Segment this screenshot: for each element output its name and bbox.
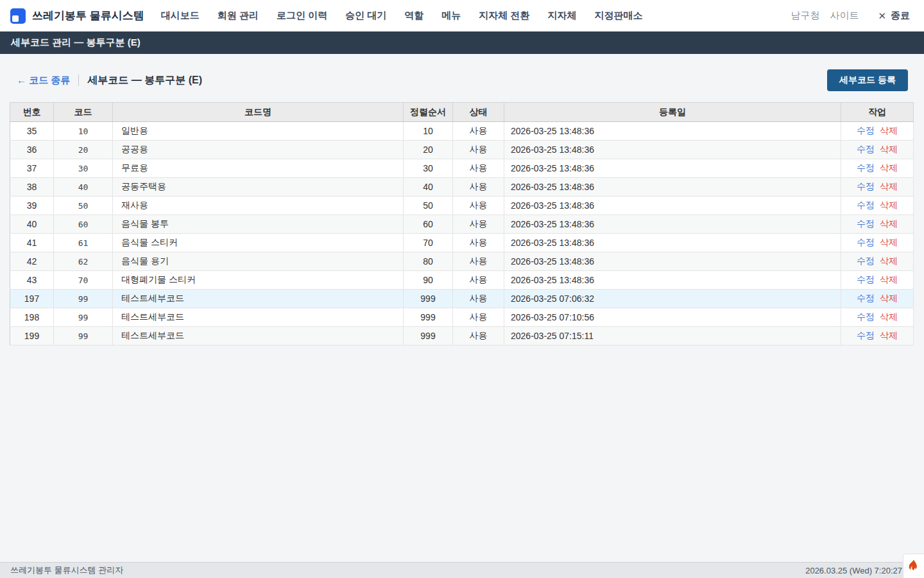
nav-item[interactable]: 지자체 전환 <box>479 10 529 22</box>
cell-code: 62 <box>54 252 113 271</box>
detail-code-table-wrap: 번호코드코드명정렬순서상태등록일작업 3510일반용10사용2026-03-25… <box>10 102 913 346</box>
register-detail-code-button[interactable]: 세부코드 등록 <box>827 69 908 91</box>
app-title: 쓰레기봉투 물류시스템 <box>32 8 144 23</box>
cell-status: 사용 <box>453 122 504 141</box>
table-row: 19799테스트세부코드999사용2026-03-25 07:06:32수정삭제 <box>10 290 914 308</box>
nav-item[interactable]: 대시보드 <box>161 10 200 22</box>
edit-link[interactable]: 수정 <box>857 256 875 266</box>
cell-no: 41 <box>10 234 54 252</box>
edit-link[interactable]: 수정 <box>857 237 875 247</box>
cell-code: 60 <box>54 215 113 234</box>
cell-actions: 수정삭제 <box>841 197 914 215</box>
table-row: 4161음식물 스티커70사용2026-03-25 13:48:36수정삭제 <box>10 234 914 252</box>
delete-link[interactable]: 삭제 <box>880 311 898 322</box>
cell-date: 2026-03-25 13:48:36 <box>504 252 841 271</box>
delete-link[interactable]: 삭제 <box>880 293 898 303</box>
table-header-row: 번호코드코드명정렬순서상태등록일작업 <box>10 103 914 122</box>
cell-name: 음식물 봉투 <box>113 215 404 234</box>
cell-status: 사용 <box>453 234 504 252</box>
cell-status: 사용 <box>453 290 504 308</box>
edit-link[interactable]: 수정 <box>857 311 875 322</box>
cell-code: 61 <box>54 234 113 252</box>
cell-status: 사용 <box>453 159 504 178</box>
edit-link[interactable]: 수정 <box>857 181 875 191</box>
nav-item[interactable]: 로그인 이력 <box>277 10 327 22</box>
edit-link[interactable]: 수정 <box>857 330 875 340</box>
edit-link[interactable]: 수정 <box>857 293 875 303</box>
detail-code-table: 번호코드코드명정렬순서상태등록일작업 3510일반용10사용2026-03-25… <box>10 102 914 346</box>
delete-link[interactable]: 삭제 <box>880 125 898 136</box>
nav-item[interactable]: 지자체 <box>547 10 576 22</box>
back-to-code-types-link[interactable]: ← 코드 종류 <box>17 74 70 87</box>
cell-code: 30 <box>54 159 113 178</box>
delete-link[interactable]: 삭제 <box>880 330 898 340</box>
cell-actions: 수정삭제 <box>841 327 914 346</box>
delete-link[interactable]: 삭제 <box>880 237 898 247</box>
delete-link[interactable]: 삭제 <box>880 162 898 173</box>
cell-sort: 60 <box>404 215 453 234</box>
cell-no: 42 <box>10 252 54 271</box>
edit-link[interactable]: 수정 <box>857 144 875 154</box>
flame-icon <box>907 559 920 574</box>
cell-name: 재사용 <box>113 197 404 215</box>
table-row: 3620공공용20사용2026-03-25 13:48:36수정삭제 <box>10 141 914 159</box>
top-navbar: 쓰레기봉투 물류시스템 대시보드회원 관리로그인 이력승인 대기역할메뉴지자체 … <box>0 0 924 31</box>
delete-link[interactable]: 삭제 <box>880 256 898 266</box>
table-row: 4370대형폐기물 스티커90사용2026-03-25 13:48:36수정삭제 <box>10 271 914 290</box>
nav-item[interactable]: 승인 대기 <box>345 10 386 22</box>
cell-actions: 수정삭제 <box>841 215 914 234</box>
table-row: 3730무료용30사용2026-03-25 13:48:36수정삭제 <box>10 159 914 178</box>
exit-button[interactable]: ✕ 종료 <box>878 10 910 22</box>
page-subheader: 세부코드 관리 — 봉투구분 (E) <box>0 31 924 54</box>
cell-date: 2026-03-25 07:06:32 <box>504 290 841 308</box>
nav-item[interactable]: 역할 <box>404 10 424 22</box>
cell-sort: 50 <box>404 197 453 215</box>
cell-no: 36 <box>10 141 54 159</box>
cell-name: 음식물 스티커 <box>113 234 404 252</box>
cell-status: 사용 <box>453 252 504 271</box>
cell-sort: 999 <box>404 327 453 346</box>
cell-code: 99 <box>54 308 113 327</box>
cell-name: 공동주택용 <box>113 178 404 197</box>
debug-toolbar-button[interactable] <box>903 554 924 578</box>
cell-actions: 수정삭제 <box>841 290 914 308</box>
delete-link[interactable]: 삭제 <box>880 144 898 154</box>
table-row: 3510일반용10사용2026-03-25 13:48:36수정삭제 <box>10 122 914 141</box>
table-body: 3510일반용10사용2026-03-25 13:48:36수정삭제3620공공… <box>10 122 914 346</box>
edit-link[interactable]: 수정 <box>857 274 875 285</box>
topnav-right: 남구청 사이트 ✕ 종료 <box>791 10 910 22</box>
org-link[interactable]: 남구청 <box>791 10 819 22</box>
cell-name: 일반용 <box>113 122 404 141</box>
footer-admin-label: 쓰레기봉투 물류시스템 관리자 <box>10 565 123 576</box>
column-header: 등록일 <box>504 103 841 122</box>
subheader-title: 세부코드 관리 — 봉투구분 (E) <box>11 37 141 49</box>
delete-link[interactable]: 삭제 <box>880 274 898 285</box>
nav-item[interactable]: 회원 관리 <box>218 10 259 22</box>
delete-link[interactable]: 삭제 <box>880 200 898 210</box>
cell-date: 2026-03-25 13:48:36 <box>504 122 841 141</box>
cell-sort: 999 <box>404 290 453 308</box>
cell-actions: 수정삭제 <box>841 159 914 178</box>
cell-date: 2026-03-25 13:48:36 <box>504 215 841 234</box>
cell-no: 197 <box>10 290 54 308</box>
column-header: 상태 <box>453 103 504 122</box>
cell-no: 198 <box>10 308 54 327</box>
cell-sort: 30 <box>404 159 453 178</box>
delete-link[interactable]: 삭제 <box>880 181 898 191</box>
column-header: 코드 <box>54 103 113 122</box>
edit-link[interactable]: 수정 <box>857 218 875 229</box>
nav-item[interactable]: 메뉴 <box>441 10 461 22</box>
cell-status: 사용 <box>453 178 504 197</box>
cell-sort: 80 <box>404 252 453 271</box>
cell-actions: 수정삭제 <box>841 141 914 159</box>
edit-link[interactable]: 수정 <box>857 162 875 173</box>
delete-link[interactable]: 삭제 <box>880 218 898 229</box>
edit-link[interactable]: 수정 <box>857 200 875 210</box>
column-header: 번호 <box>10 103 54 122</box>
edit-link[interactable]: 수정 <box>857 125 875 136</box>
cell-status: 사용 <box>453 215 504 234</box>
cell-date: 2026-03-25 13:48:36 <box>504 271 841 290</box>
site-link[interactable]: 사이트 <box>830 10 859 22</box>
nav-item[interactable]: 지정판매소 <box>594 10 642 22</box>
cell-date: 2026-03-25 13:48:36 <box>504 159 841 178</box>
